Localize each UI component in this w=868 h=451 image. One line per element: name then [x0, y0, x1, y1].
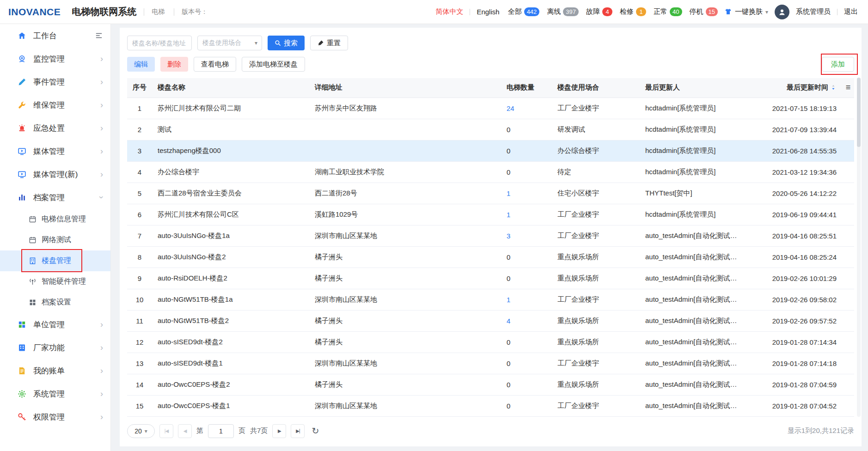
- next-page-button[interactable]: ▶: [272, 424, 286, 438]
- table-row[interactable]: 2测试0研发调试hcdtadmin[系统管理员]2021-07-09 13:39…: [127, 119, 854, 140]
- sidebar-subitem-1[interactable]: 网络测试: [0, 230, 110, 250]
- chevron-right-icon: ›: [100, 170, 103, 178]
- sidebar-item-10[interactable]: 我的账单›: [0, 359, 110, 382]
- sidebar-subitem-2[interactable]: 楼盘管理: [0, 250, 110, 271]
- edit-button[interactable]: 编辑: [127, 57, 155, 72]
- sidebar-item-6[interactable]: 媒体管理(新)›: [0, 163, 110, 186]
- first-page-button[interactable]: |◀: [159, 424, 173, 438]
- table-row[interactable]: 9auto-RsiDOELH-楼盘2橘子洲头0重点娱乐场所auto_testAd…: [127, 268, 854, 289]
- sidebar-item-3[interactable]: 维保管理›: [0, 93, 110, 116]
- sidebar-item-11[interactable]: 系统管理›: [0, 382, 110, 405]
- sidebar-item-2[interactable]: 事件管理›: [0, 70, 110, 93]
- product-name: 电梯: [152, 8, 165, 16]
- cell-count[interactable]: 1: [501, 204, 552, 225]
- table-row[interactable]: 15auto-OwcC0EPS-楼盘1深圳市南山区某某地0工厂企业楼宇auto_…: [127, 395, 854, 416]
- table-row[interactable]: 6苏州汇川技术有限公司C区溪虹路1029号1工厂企业楼宇hcdtadmin[系统…: [127, 204, 854, 225]
- scrollbar-thumb[interactable]: [857, 78, 861, 147]
- sidebar-item-8[interactable]: 单位管理›: [0, 313, 110, 336]
- keyword-input[interactable]: [127, 36, 192, 50]
- sidebar-item-0[interactable]: 工作台: [0, 24, 110, 47]
- cell-count[interactable]: 24: [501, 98, 552, 119]
- refresh-icon[interactable]: ↻: [309, 424, 321, 438]
- status-badge-inspect[interactable]: 检修1: [620, 7, 646, 16]
- add-elevator-to-building-button[interactable]: 添加电梯至楼盘: [242, 57, 305, 72]
- sidebar-item-5[interactable]: 媒体管理›: [0, 140, 110, 163]
- table-row[interactable]: 4办公综合楼宇湖南工业职业技术学院0待定hcdtadmin[系统管理员]2021…: [127, 161, 854, 183]
- sidebar-subitem-4[interactable]: 档案设置: [0, 292, 110, 313]
- sidebar-item-label: 我的账单: [33, 366, 93, 376]
- cell-address: 苏州市吴中区友翔路: [309, 98, 501, 119]
- add-button[interactable]: 添加: [822, 57, 854, 72]
- usage-select[interactable]: 楼盘使用场合 ▾: [197, 36, 262, 50]
- view-elevators-button[interactable]: 查看电梯: [194, 57, 236, 72]
- status-badges: 全部442离线397故障4检修1正常40停机15: [508, 7, 718, 16]
- avatar[interactable]: [775, 5, 789, 19]
- cell-count[interactable]: 1: [501, 289, 552, 310]
- sidebar-item-1[interactable]: 监控管理›: [0, 47, 110, 70]
- content-panel: 楼盘使用场合 ▾ 搜索 重置 编辑 删除 查看电梯 添加电梯至楼盘 添加 序号楼…: [120, 28, 862, 446]
- lang-switch-zh[interactable]: 简体中文: [435, 7, 463, 16]
- delete-button[interactable]: 删除: [160, 57, 188, 72]
- table-row[interactable]: 8auto-3UuIsNGo-楼盘2橘子洲头0重点娱乐场所auto_testAd…: [127, 246, 854, 268]
- status-badge-all[interactable]: 全部442: [508, 7, 540, 16]
- page-number-input[interactable]: [208, 424, 234, 438]
- search-button[interactable]: 搜索: [268, 36, 305, 50]
- table-settings-button[interactable]: ≡: [842, 78, 854, 98]
- sidebar-item-label: 媒体管理: [33, 146, 93, 157]
- sidebar-item-label: 单位管理: [33, 319, 93, 330]
- cell-name: 苏州汇川技术有限公司C区: [152, 204, 309, 225]
- table-row[interactable]: 3testzhapeng楼盘0000办公综合楼宇hcdtadmin[系统管理员]…: [127, 140, 854, 161]
- table-row[interactable]: 7auto-3UuIsNGo-楼盘1a深圳市南山区某某地3工厂企业楼宇auto_…: [127, 225, 854, 246]
- cell-updater: hcdtadmin[系统管理员]: [640, 98, 744, 119]
- cell-address: 橘子洲头: [309, 246, 501, 268]
- cell-time: 2019-06-19 09:44:41: [744, 204, 842, 225]
- sidebar-item-7[interactable]: 档案管理›: [0, 186, 110, 209]
- cell-count[interactable]: 3: [501, 225, 552, 246]
- key-icon: [18, 413, 26, 421]
- cell-count[interactable]: 4: [501, 310, 552, 331]
- chevron-right-icon: ›: [100, 55, 103, 63]
- chevron-right-icon: ›: [100, 390, 103, 398]
- chevron-right-icon: ›: [100, 366, 103, 375]
- sidebar-item-4[interactable]: 应急处置›: [0, 116, 110, 140]
- status-badge-stopped[interactable]: 停机15: [690, 7, 718, 16]
- sidebar-subitem-0[interactable]: 电梯信息管理: [0, 209, 110, 230]
- sidebar-item-label: 权限管理: [33, 412, 93, 422]
- cell-address: 深圳市南山区某某地: [309, 225, 501, 246]
- table-row[interactable]: 11auto-NGtW51TB-楼盘2橘子洲头4重点娱乐场所auto_testA…: [127, 310, 854, 331]
- table-row[interactable]: 14auto-OwcC0EPS-楼盘2橘子洲头0重点娱乐场所auto_testA…: [127, 374, 854, 395]
- prev-page-button[interactable]: ◀: [178, 424, 192, 438]
- logout-button[interactable]: 退出: [844, 7, 858, 16]
- cell-count[interactable]: 1: [501, 183, 552, 204]
- cell-spacer: [842, 268, 854, 289]
- cell-updater: hcdtadmin[系统管理员]: [640, 119, 744, 140]
- cell-spacer: [842, 98, 854, 119]
- cell-usage: 工厂企业楼宇: [552, 225, 640, 246]
- table-scrollbar[interactable]: [857, 78, 861, 417]
- table-row[interactable]: 10auto-NGtW51TB-楼盘1a深圳市南山区某某地1工厂企业楼宇auto…: [127, 289, 854, 310]
- status-badge-fault[interactable]: 故障4: [586, 7, 612, 16]
- table-row[interactable]: 13auto-sISED9dt-楼盘1深圳市南山区某某地0工厂企业楼宇auto_…: [127, 353, 854, 374]
- column-header-1: 楼盘名称: [152, 78, 309, 98]
- status-badge-normal[interactable]: 正常40: [654, 7, 682, 16]
- cell-updater: hcdtadmin[系统管理员]: [640, 140, 744, 161]
- reset-button[interactable]: 重置: [310, 36, 348, 50]
- table-row[interactable]: 5西二道28号宿舍业主委员会西二道街28号1住宅小区楼宇THYTtest[贺中]…: [127, 183, 854, 204]
- version-label: 版本号：: [182, 8, 208, 16]
- last-page-button[interactable]: ▶|: [291, 424, 305, 438]
- sidebar-subitem-3[interactable]: 智能硬件管理: [0, 271, 110, 292]
- cell-name: auto-OwcC0EPS-楼盘2: [152, 374, 309, 395]
- brush-icon: [318, 40, 324, 46]
- table-row[interactable]: 1苏州汇川技术有限公司二期苏州市吴中区友翔路24工厂企业楼宇hcdtadmin[…: [127, 98, 854, 119]
- table-row[interactable]: 12auto-sISED9dt-楼盘2橘子洲头0重点娱乐场所auto_testA…: [127, 331, 854, 353]
- page-size-select[interactable]: 20 ▾: [127, 424, 155, 438]
- gear-icon: [18, 390, 26, 398]
- skin-switcher[interactable]: 一键换肤 ▾: [724, 7, 768, 16]
- sidebar-item-9[interactable]: 厂家功能›: [0, 336, 110, 359]
- lang-switch-en[interactable]: English: [477, 8, 499, 16]
- column-header-6[interactable]: 最后更新时间: [744, 78, 842, 98]
- sidebar-item-12[interactable]: 权限管理›: [0, 405, 110, 428]
- cell-spacer: [842, 331, 854, 353]
- cell-spacer: [842, 289, 854, 310]
- status-badge-offline[interactable]: 离线397: [547, 7, 579, 16]
